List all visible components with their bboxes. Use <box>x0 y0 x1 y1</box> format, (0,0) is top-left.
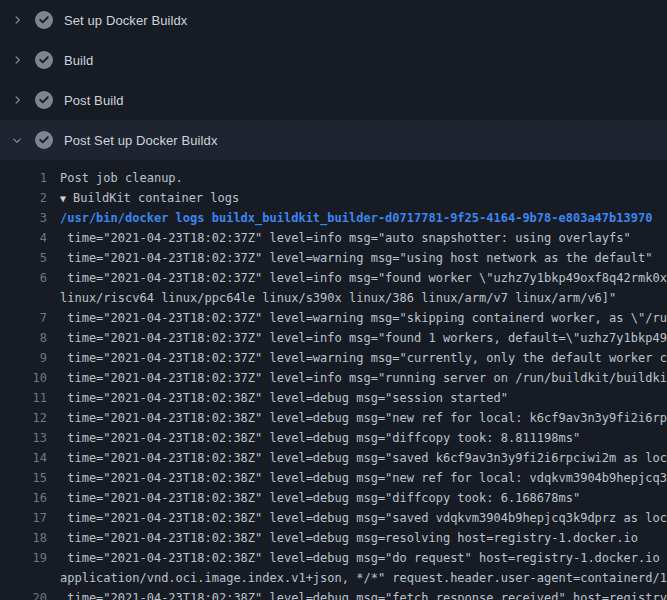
log-line-number[interactable]: 20 <box>0 588 47 600</box>
log-line-number[interactable]: 14 <box>0 448 47 468</box>
log-line: 13 time="2021-04-23T18:02:38Z" level=deb… <box>0 428 667 448</box>
log-line: 3 /usr/bin/docker logs buildx_buildkit_b… <box>0 208 667 228</box>
log-line: 14 time="2021-04-23T18:02:38Z" level=deb… <box>0 448 667 468</box>
log-line: 16 time="2021-04-23T18:02:38Z" level=deb… <box>0 488 667 508</box>
log-line-number[interactable]: 19 <box>0 548 47 568</box>
log-line: 8 time="2021-04-23T18:02:37Z" level=info… <box>0 328 667 348</box>
log-line-text: time="2021-04-23T18:02:37Z" level=info m… <box>60 268 667 288</box>
log-line-text: time="2021-04-23T18:02:38Z" level=debug … <box>60 528 638 548</box>
log-line-text: time="2021-04-23T18:02:38Z" level=debug … <box>60 408 667 428</box>
step-success-icon <box>35 11 53 29</box>
log-line: 1 Post job cleanup. <box>0 168 667 188</box>
step-success-icon <box>35 91 53 109</box>
step-sections: Set up Docker Buildx Build Post Buil <box>0 0 667 160</box>
log-line: linux/riscv64 linux/ppc64le linux/s390x … <box>0 288 667 308</box>
log-line-text: ▼BuildKit container logs <box>60 188 239 208</box>
log-line-text: time="2021-04-23T18:02:38Z" level=debug … <box>60 388 508 408</box>
log-line: 20 time="2021-04-23T18:02:38Z" level=deb… <box>0 588 667 600</box>
log-line-number[interactable]: 11 <box>0 388 47 408</box>
log-line-text: application/vnd.oci.image.index.v1+json,… <box>60 568 667 588</box>
log-line-text: time="2021-04-23T18:02:38Z" level=debug … <box>60 488 580 508</box>
log-line: 7 time="2021-04-23T18:02:37Z" level=warn… <box>0 308 667 328</box>
log-line-text: time="2021-04-23T18:02:38Z" level=debug … <box>60 548 667 568</box>
log-line: 10 time="2021-04-23T18:02:37Z" level=inf… <box>0 368 667 388</box>
log-line-number[interactable]: 10 <box>0 368 47 388</box>
step-section-header-1[interactable]: Build <box>0 40 667 80</box>
log-line-number[interactable]: 13 <box>0 428 47 448</box>
log-line: 11 time="2021-04-23T18:02:38Z" level=deb… <box>0 388 667 408</box>
log-line-number[interactable]: 4 <box>0 228 47 248</box>
step-section-header-0[interactable]: Set up Docker Buildx <box>0 0 667 40</box>
actions-log-viewer: Set up Docker Buildx Build Post Buil <box>0 0 667 600</box>
step-section-label: Build <box>64 53 93 68</box>
chevron-icon[interactable] <box>10 52 24 68</box>
log-line-number[interactable]: 17 <box>0 508 47 528</box>
log-line: 2 ▼BuildKit container logs <box>0 188 667 208</box>
log-line: application/vnd.oci.image.index.v1+json,… <box>0 568 667 588</box>
log-line-text: Post job cleanup. <box>60 168 183 188</box>
log-line-number[interactable]: 5 <box>0 248 47 268</box>
log-line-text: time="2021-04-23T18:02:37Z" level=info m… <box>60 228 631 248</box>
chevron-icon[interactable] <box>10 132 24 148</box>
log-group-title[interactable]: BuildKit container logs <box>73 191 239 205</box>
step-section-header-2[interactable]: Post Build <box>0 80 667 120</box>
log-line-text: time="2021-04-23T18:02:37Z" level=warnin… <box>60 348 667 368</box>
log-line-number[interactable] <box>0 568 47 588</box>
step-section-label: Post Build <box>64 93 124 108</box>
chevron-icon[interactable] <box>10 12 24 28</box>
log-line: 6 time="2021-04-23T18:02:37Z" level=info… <box>0 268 667 288</box>
log-line-text: time="2021-04-23T18:02:37Z" level=warnin… <box>60 308 667 328</box>
log-line-number[interactable]: 6 <box>0 268 47 288</box>
log-line-text: time="2021-04-23T18:02:38Z" level=debug … <box>60 428 580 448</box>
step-section-header-3[interactable]: Post Set up Docker Buildx <box>0 120 667 160</box>
log-line-text: time="2021-04-23T18:02:38Z" level=debug … <box>60 468 667 488</box>
log-line: 19 time="2021-04-23T18:02:38Z" level=deb… <box>0 548 667 568</box>
step-section-label: Set up Docker Buildx <box>64 13 187 28</box>
log-line-number[interactable]: 18 <box>0 528 47 548</box>
log-line-text: linux/riscv64 linux/ppc64le linux/s390x … <box>60 288 616 308</box>
log-line: 4 time="2021-04-23T18:02:37Z" level=info… <box>0 228 667 248</box>
log-line-number[interactable] <box>0 288 47 308</box>
log-line: 15 time="2021-04-23T18:02:38Z" level=deb… <box>0 468 667 488</box>
log-line-text: time="2021-04-23T18:02:38Z" level=debug … <box>60 508 667 528</box>
chevron-icon[interactable] <box>10 92 24 108</box>
log-line: 12 time="2021-04-23T18:02:38Z" level=deb… <box>0 408 667 428</box>
log-line-number[interactable]: 15 <box>0 468 47 488</box>
step-log-output: 1 Post job cleanup. 2 ▼BuildKit containe… <box>0 160 667 600</box>
log-line-number[interactable]: 12 <box>0 408 47 428</box>
step-section-label: Post Set up Docker Buildx <box>64 133 218 148</box>
log-line: 17 time="2021-04-23T18:02:38Z" level=deb… <box>0 508 667 528</box>
log-line-number[interactable]: 3 <box>0 208 47 228</box>
log-group-toggle-icon[interactable]: ▼ <box>60 193 66 204</box>
log-line-text: time="2021-04-23T18:02:38Z" level=debug … <box>60 448 667 468</box>
log-line-number[interactable]: 1 <box>0 168 47 188</box>
log-line-number[interactable]: 9 <box>0 348 47 368</box>
log-line-text: time="2021-04-23T18:02:37Z" level=warnin… <box>60 248 652 268</box>
step-success-icon <box>35 131 53 149</box>
log-line: 18 time="2021-04-23T18:02:38Z" level=deb… <box>0 528 667 548</box>
log-line: 9 time="2021-04-23T18:02:37Z" level=warn… <box>0 348 667 368</box>
log-line-text: /usr/bin/docker logs buildx_buildkit_bui… <box>60 208 652 228</box>
log-line-number[interactable]: 8 <box>0 328 47 348</box>
step-success-icon <box>35 51 53 69</box>
log-line: 5 time="2021-04-23T18:02:37Z" level=warn… <box>0 248 667 268</box>
log-line-number[interactable]: 16 <box>0 488 47 508</box>
log-line-text: time="2021-04-23T18:02:37Z" level=info m… <box>60 328 667 348</box>
log-line-text: time="2021-04-23T18:02:37Z" level=info m… <box>60 368 667 388</box>
log-line-number[interactable]: 7 <box>0 308 47 328</box>
log-line-number[interactable]: 2 <box>0 188 47 208</box>
log-line-text: time="2021-04-23T18:02:38Z" level=debug … <box>60 588 667 600</box>
